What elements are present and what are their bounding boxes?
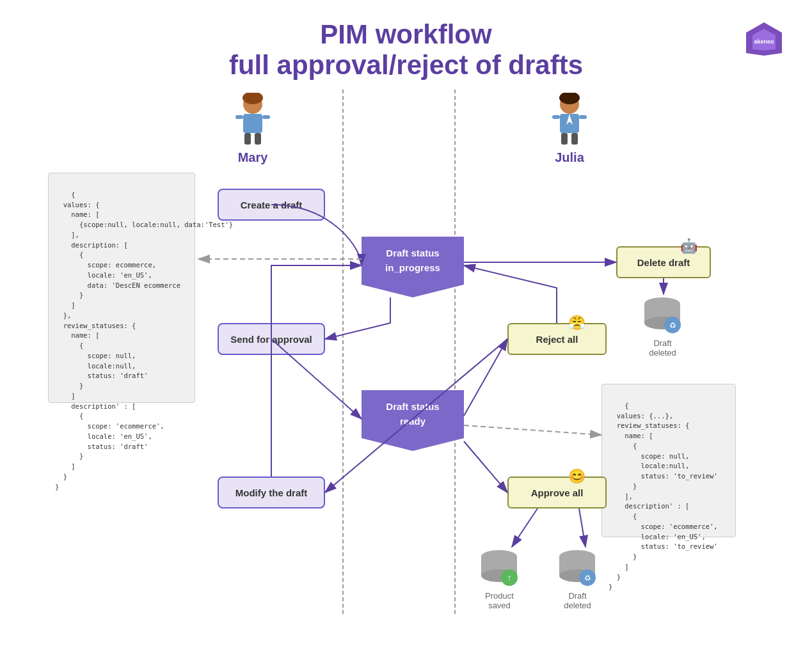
product-saved-icon: ↑ [479, 547, 520, 588]
draft-deleted-bottom-label: Draftdeleted [564, 591, 591, 610]
reject-all-button[interactable]: Reject all [507, 323, 607, 355]
draft-deleted-bottom-icon: ♻ [557, 547, 598, 588]
approve-emoji: 😊 [568, 468, 585, 485]
draft-deleted-bottom: ♻ Draftdeleted [557, 547, 598, 610]
svg-rect-9 [255, 133, 261, 145]
actor-julia: Julia [547, 93, 592, 165]
approve-all-label: Approve all [531, 487, 584, 498]
delete-emoji: 🤖 [680, 238, 697, 255]
reject-emoji: 😤 [568, 315, 585, 331]
draft-deleted-top-label: Draftdeleted [649, 338, 676, 358]
lane-separator-right [454, 90, 456, 614]
draft-deleted-top: ♻ Draftdeleted [642, 294, 683, 358]
svg-text:♻: ♻ [669, 321, 676, 330]
svg-rect-17 [571, 133, 578, 145]
svg-text:↑: ↑ [507, 572, 512, 583]
draft-deleted-top-icon: ♻ [642, 294, 683, 336]
svg-rect-16 [561, 133, 568, 145]
akeneo-logo: akeneo [735, 16, 793, 61]
send-approval-button[interactable]: Send for approval [218, 323, 325, 355]
draft-status-ready: Draft statusready [362, 390, 464, 451]
lane-separator-left [342, 90, 344, 614]
julia-name: Julia [555, 150, 584, 165]
send-approval-label: Send for approval [230, 334, 312, 345]
code-box-right: { values: {...}, review_statuses: { name… [601, 384, 736, 537]
actor-mary: Mary [230, 93, 275, 165]
akeneo-logo-svg: akeneo [745, 21, 783, 56]
draft-inprogress-label: Draft statusin_progress [362, 246, 464, 275]
svg-text:♻: ♻ [584, 574, 591, 583]
svg-rect-15 [579, 115, 587, 119]
svg-rect-7 [262, 115, 270, 119]
code-box-left: { values: { name: [ {scope:null, locale:… [48, 173, 195, 403]
reject-all-label: Reject all [536, 334, 578, 345]
svg-rect-5 [243, 114, 262, 133]
delete-draft-label: Delete draft [637, 257, 690, 268]
title-area: PIM workflow full approval/reject of dra… [0, 0, 812, 87]
create-draft-button[interactable]: Create a draft [218, 189, 325, 221]
product-saved-outcome: ↑ Productsaved [479, 547, 520, 610]
draft-status-inprogress: Draft statusin_progress [362, 237, 464, 297]
svg-text:akeneo: akeneo [754, 38, 774, 45]
code-right-content: { values: {...}, review_statuses: { name… [609, 402, 718, 591]
logo-area: akeneo [735, 16, 793, 61]
draft-ready-label: Draft statusready [362, 400, 464, 429]
product-saved-label: Productsaved [485, 591, 514, 610]
title-line1: PIM workflow [0, 19, 812, 50]
mary-figure [230, 93, 275, 147]
code-left-content: { values: { name: [ {scope:null, locale:… [55, 191, 233, 491]
julia-figure [547, 93, 592, 147]
svg-rect-14 [552, 115, 560, 119]
svg-rect-6 [235, 115, 243, 119]
svg-rect-8 [244, 133, 251, 145]
main-container: PIM workflow full approval/reject of dra… [0, 0, 812, 662]
modify-draft-button[interactable]: Modify the draft [218, 477, 325, 508]
modify-draft-label: Modify the draft [235, 487, 308, 498]
approve-all-button[interactable]: Approve all [507, 477, 607, 508]
create-draft-label: Create a draft [241, 200, 303, 210]
mary-name: Mary [238, 150, 268, 165]
title-line2: full approval/reject of drafts [0, 50, 812, 81]
